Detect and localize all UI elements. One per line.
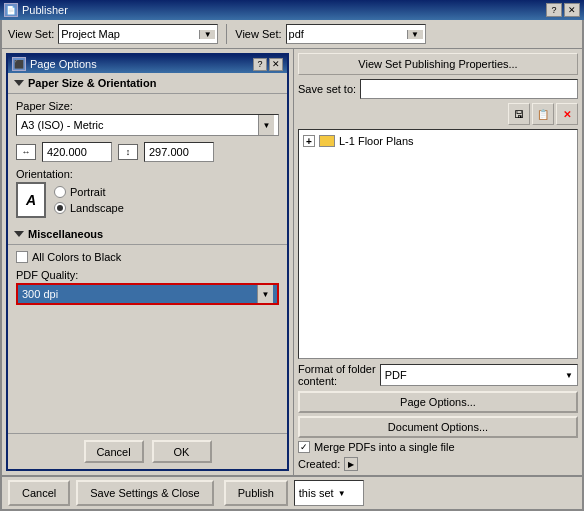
view-set-bar: View Set: Project Map ▼ View Set: pdf ▼ — [2, 20, 582, 49]
all-colors-checkbox[interactable] — [16, 251, 28, 263]
misc-section-header: Miscellaneous — [8, 224, 287, 245]
app-icon: 📄 — [4, 3, 18, 17]
width-value: 420.000 — [47, 146, 87, 158]
page-options-title-bar: ⬛ Page Options ? ✕ — [8, 55, 287, 73]
orientation-radio-group: Portrait Landscape — [54, 186, 124, 214]
height-input[interactable]: 297.000 — [144, 142, 214, 162]
cancel-button[interactable]: Cancel — [8, 480, 70, 506]
save-icon-button[interactable]: 🖫 — [508, 103, 530, 125]
bottom-bar: Cancel Save Settings & Close Publish thi… — [2, 475, 582, 509]
tree-view: + L-1 Floor Plans — [298, 129, 578, 359]
pdf-quality-label: PDF Quality: — [16, 269, 279, 281]
format-value: PDF — [385, 369, 407, 381]
format-combo-arrow[interactable]: ▼ — [565, 371, 573, 380]
triangle-icon — [14, 80, 24, 86]
close-button[interactable]: ✕ — [564, 3, 580, 17]
orientation-icon: A — [16, 182, 46, 218]
portrait-radio-circle[interactable] — [54, 186, 66, 198]
folder-icon — [319, 135, 335, 147]
landscape-radio-circle[interactable] — [54, 202, 66, 214]
paper-size-value: A3 (ISO) - Metric — [21, 119, 104, 131]
view-set-left-label: View Set: — [8, 28, 54, 40]
portrait-label: Portrait — [70, 186, 105, 198]
tree-item[interactable]: + L-1 Floor Plans — [303, 134, 573, 148]
paper-size-header-label: Paper Size & Orientation — [28, 77, 156, 89]
ok-dialog-button[interactable]: OK — [152, 440, 212, 463]
save-set-label: Save set to: — [298, 83, 356, 95]
save-settings-close-button[interactable]: Save Settings & Close — [76, 480, 213, 506]
paper-size-combo[interactable]: A3 (ISO) - Metric ▼ — [16, 114, 279, 136]
view-set-left-value: Project Map — [61, 28, 120, 40]
format-label: Format of folder content: — [298, 363, 376, 387]
view-set-right-combo[interactable]: pdf ▼ — [286, 24, 426, 44]
landscape-radio[interactable]: Landscape — [54, 202, 124, 214]
portrait-radio[interactable]: Portrait — [54, 186, 124, 198]
pdf-quality-value: 300 dpi — [22, 288, 58, 300]
created-row: Created: ▶ — [298, 457, 578, 471]
cancel-dialog-button[interactable]: Cancel — [84, 440, 144, 463]
save-set-row: Save set to: — [298, 79, 578, 99]
dialog-help-button[interactable]: ? — [253, 58, 267, 71]
paper-size-content: Paper Size: A3 (ISO) - Metric ▼ ↔ 420.00… — [8, 94, 287, 224]
paper-size-label: Paper Size: — [16, 100, 279, 112]
publish-button[interactable]: Publish — [224, 480, 288, 506]
merge-checkbox[interactable]: ✓ — [298, 441, 310, 453]
orientation-label: Orientation: — [16, 168, 279, 180]
title-controls: ? ✕ — [546, 3, 580, 17]
misc-content: All Colors to Black PDF Quality: 300 dpi… — [8, 245, 287, 311]
document-options-button[interactable]: Document Options... — [298, 416, 578, 438]
tree-expand-button[interactable]: + — [303, 135, 315, 147]
copy-icon-button[interactable]: 📋 — [532, 103, 554, 125]
merge-checkbox-row: ✓ Merge PDFs into a single file — [298, 441, 578, 453]
paper-size-section-header: Paper Size & Orientation — [8, 73, 287, 94]
content-area: ⬛ Page Options ? ✕ Paper Size & Orientat… — [2, 49, 582, 475]
main-window: View Set: Project Map ▼ View Set: pdf ▼ … — [0, 20, 584, 511]
right-panel: View Set Publishing Properties... Save s… — [294, 49, 582, 475]
height-value: 297.000 — [149, 146, 189, 158]
save-set-input[interactable] — [360, 79, 578, 99]
view-set-left-arrow[interactable]: ▼ — [199, 30, 215, 39]
format-row: Format of folder content: PDF ▼ — [298, 363, 578, 387]
all-colors-row: All Colors to Black — [16, 251, 279, 263]
width-input[interactable]: 420.000 — [42, 142, 112, 162]
this-set-value: this set — [299, 487, 334, 499]
title-bar: 📄 Publisher ? ✕ — [0, 0, 584, 20]
view-set-right-label: View Set: — [235, 28, 281, 40]
page-options-dialog: ⬛ Page Options ? ✕ Paper Size & Orientat… — [6, 53, 289, 471]
view-set-publishing-button[interactable]: View Set Publishing Properties... — [298, 53, 578, 75]
view-set-left-combo[interactable]: Project Map ▼ — [58, 24, 218, 44]
left-panel: ⬛ Page Options ? ✕ Paper Size & Orientat… — [2, 49, 294, 475]
dimensions-row: ↔ 420.000 ↕ 297.000 — [16, 142, 279, 162]
delete-icon-button[interactable]: ✕ — [556, 103, 578, 125]
this-set-arrow[interactable]: ▼ — [338, 489, 346, 498]
misc-header-label: Miscellaneous — [28, 228, 103, 240]
created-label: Created: — [298, 458, 340, 470]
dialog-controls: ? ✕ — [253, 58, 283, 71]
height-icon: ↕ — [118, 144, 138, 160]
dialog-icon: ⬛ — [12, 57, 26, 71]
created-arrow[interactable]: ▶ — [344, 457, 358, 471]
help-button[interactable]: ? — [546, 3, 562, 17]
window-title: Publisher — [22, 4, 68, 16]
format-combo[interactable]: PDF ▼ — [380, 364, 578, 386]
page-options-title: Page Options — [30, 58, 97, 70]
view-set-right-arrow[interactable]: ▼ — [407, 30, 423, 39]
view-set-left-section: View Set: Project Map ▼ — [8, 24, 218, 44]
pdf-quality-combo[interactable]: 300 dpi ▼ — [16, 283, 279, 305]
view-set-right-section: View Set: pdf ▼ — [235, 24, 425, 44]
all-colors-label: All Colors to Black — [32, 251, 121, 263]
view-set-right-value: pdf — [289, 28, 304, 40]
landscape-radio-dot — [57, 205, 63, 211]
dialog-close-button[interactable]: ✕ — [269, 58, 283, 71]
pdf-quality-arrow[interactable]: ▼ — [257, 285, 273, 303]
width-icon: ↔ — [16, 144, 36, 160]
landscape-label: Landscape — [70, 202, 124, 214]
this-set-combo[interactable]: this set ▼ — [294, 480, 364, 506]
paper-size-arrow[interactable]: ▼ — [258, 115, 274, 135]
tree-item-label: L-1 Floor Plans — [339, 135, 414, 147]
page-options-button[interactable]: Page Options... — [298, 391, 578, 413]
merge-label: Merge PDFs into a single file — [314, 441, 455, 453]
icon-buttons-row: 🖫 📋 ✕ — [298, 103, 578, 125]
misc-triangle-icon — [14, 231, 24, 237]
dialog-buttons: Cancel OK — [8, 433, 287, 469]
